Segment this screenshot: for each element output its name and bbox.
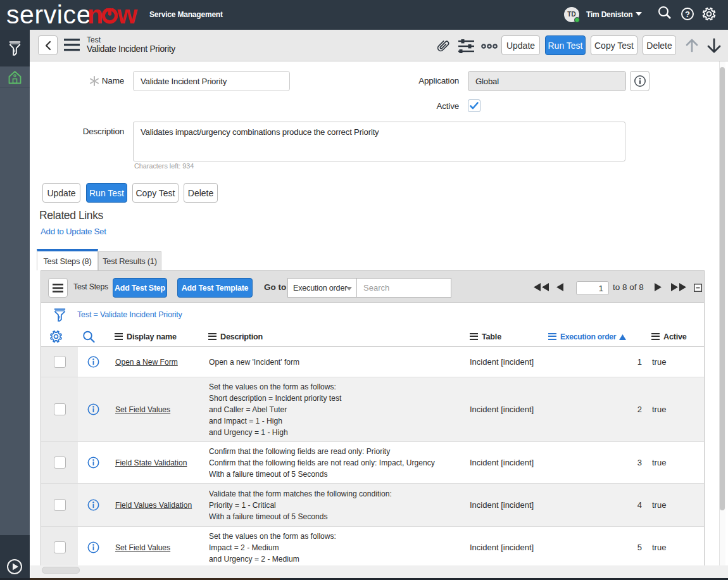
svg-text:?: ?	[685, 9, 690, 19]
